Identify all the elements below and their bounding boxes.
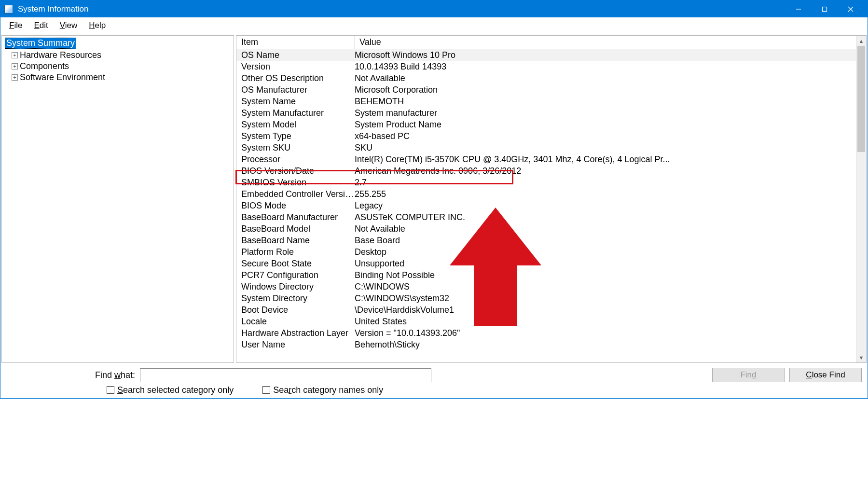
table-row[interactable]: System NameBEHEMOTH (236, 96, 856, 107)
cell-value: Base Board (355, 236, 856, 246)
tree-item[interactable]: +Hardware Resources (12, 50, 231, 61)
cell-value: \Device\HarddiskVolume1 (355, 305, 856, 315)
maximize-button[interactable] (812, 0, 838, 17)
expander-icon[interactable]: + (12, 63, 18, 69)
find-panel: Find what: Find Close Find Search select… (0, 364, 868, 398)
cell-value: Legacy (355, 201, 856, 211)
tree-item-label: Software Environment (20, 72, 105, 83)
cell-value: System Product Name (355, 120, 856, 130)
cell-value: 10.0.14393 Build 14393 (355, 62, 856, 72)
cell-item: Secure Boot State (236, 259, 355, 269)
system-information-window: System Information File Edit View Help S… (0, 0, 868, 399)
column-headers: Item Value (236, 36, 856, 49)
table-row[interactable]: BaseBoard NameBase Board (236, 235, 856, 246)
tree-item[interactable]: +Software Environment (12, 72, 231, 83)
cell-value: BEHEMOTH (355, 97, 856, 107)
table-row[interactable]: OS ManufacturerMicrosoft Corporation (236, 84, 856, 96)
cell-value: SKU (355, 143, 856, 153)
close-find-button[interactable]: Close Find (789, 368, 862, 382)
table-row[interactable]: Hardware Abstraction LayerVersion = "10.… (236, 327, 856, 339)
scroll-down-arrow[interactable]: ▼ (856, 352, 866, 362)
cell-item: Processor (236, 154, 355, 165)
close-button[interactable] (838, 0, 864, 17)
cell-value: Behemoth\Sticky (355, 340, 856, 350)
table-row[interactable]: Platform RoleDesktop (236, 246, 856, 258)
category-tree[interactable]: System Summary +Hardware Resources+Compo… (1, 35, 234, 363)
cell-item: Hardware Abstraction Layer (236, 328, 355, 338)
cell-item: Windows Directory (236, 282, 355, 292)
cell-value: System manufacturer (355, 108, 856, 118)
cell-item: BaseBoard Model (236, 224, 355, 234)
cell-item: System Name (236, 97, 355, 107)
table-row[interactable]: System DirectoryC:\WINDOWS\system32 (236, 292, 856, 304)
table-row[interactable]: Other OS DescriptionNot Available (236, 72, 856, 84)
app-icon (4, 5, 13, 14)
search-category-names-checkbox[interactable]: Search category names only (262, 385, 383, 395)
menu-help[interactable]: Help (84, 19, 110, 32)
expander-icon[interactable]: + (12, 52, 18, 58)
cell-item: SMBIOS Version (236, 178, 355, 188)
cell-value: American Megatrends Inc. 0906, 3/26/2012 (355, 166, 856, 176)
cell-item: OS Name (236, 50, 355, 60)
column-header-value[interactable]: Value (355, 36, 856, 49)
table-row[interactable]: BIOS Version/DateAmerican Megatrends Inc… (236, 165, 856, 177)
expander-icon[interactable]: + (12, 74, 18, 81)
checkbox-icon (262, 386, 270, 394)
table-row[interactable]: System ManufacturerSystem manufacturer (236, 107, 856, 119)
search-selected-category-checkbox[interactable]: Search selected category only (107, 385, 234, 395)
details-list: Item Value OS NameMicrosoft Windows 10 P… (236, 35, 867, 363)
table-row[interactable]: User NameBehemoth\Sticky (236, 339, 856, 350)
table-row[interactable]: System Typex64-based PC (236, 130, 856, 142)
table-row[interactable]: SMBIOS Version2.7 (236, 177, 856, 188)
menu-view[interactable]: View (55, 19, 83, 32)
scroll-thumb[interactable] (857, 46, 865, 152)
cell-value: Desktop (355, 247, 856, 257)
table-row[interactable]: LocaleUnited States (236, 316, 856, 327)
table-row[interactable]: Embedded Controller Version255.255 (236, 188, 856, 200)
find-what-label: Find what: (95, 370, 135, 380)
cell-value: 2.7 (355, 178, 856, 188)
cell-item: System SKU (236, 143, 355, 153)
menu-file[interactable]: File (4, 19, 27, 32)
cell-item: System Manufacturer (236, 108, 355, 118)
cell-value: Intel(R) Core(TM) i5-3570K CPU @ 3.40GHz… (355, 154, 856, 165)
table-row[interactable]: BIOS ModeLegacy (236, 200, 856, 211)
cell-item: Platform Role (236, 247, 355, 257)
scroll-up-arrow[interactable]: ▲ (856, 36, 866, 46)
find-input[interactable] (140, 368, 431, 382)
cell-item: BaseBoard Name (236, 236, 355, 246)
cell-value: Not Available (355, 73, 856, 83)
cell-item: OS Manufacturer (236, 85, 355, 95)
cell-value: C:\WINDOWS\system32 (355, 293, 856, 304)
tree-root-system-summary[interactable]: System Summary (5, 38, 76, 49)
tree-item[interactable]: +Components (12, 61, 231, 72)
titlebar: System Information (0, 0, 868, 17)
cell-value: Unsupported (355, 259, 856, 269)
column-header-item[interactable]: Item (236, 36, 355, 49)
table-row[interactable]: System ModelSystem Product Name (236, 119, 856, 130)
table-row[interactable]: Secure Boot StateUnsupported (236, 258, 856, 269)
menu-edit[interactable]: Edit (29, 19, 53, 32)
table-row[interactable]: ProcessorIntel(R) Core(TM) i5-3570K CPU … (236, 153, 856, 165)
minimize-button[interactable] (785, 0, 812, 17)
table-row[interactable]: BaseBoard ModelNot Available (236, 223, 856, 235)
menu-bar: File Edit View Help (0, 17, 868, 34)
cell-item: BaseBoard Manufacturer (236, 212, 355, 222)
table-row[interactable]: BaseBoard ManufacturerASUSTeK COMPUTER I… (236, 211, 856, 223)
cell-item: Boot Device (236, 305, 355, 315)
tree-item-label: Components (20, 61, 69, 71)
find-button[interactable]: Find (712, 368, 785, 382)
vertical-scrollbar[interactable]: ▲ ▼ (856, 36, 866, 362)
table-row[interactable]: OS NameMicrosoft Windows 10 Pro (236, 49, 856, 61)
cell-item: Other OS Description (236, 73, 355, 83)
cell-item: Version (236, 62, 355, 72)
table-row[interactable]: Boot Device\Device\HarddiskVolume1 (236, 304, 856, 316)
cell-item: Locale (236, 317, 355, 327)
table-row[interactable]: Windows DirectoryC:\WINDOWS (236, 281, 856, 292)
cell-value: Version = "10.0.14393.206" (355, 328, 856, 338)
table-row[interactable]: System SKUSKU (236, 142, 856, 153)
table-row[interactable]: Version10.0.14393 Build 14393 (236, 61, 856, 72)
cell-item: System Model (236, 120, 355, 130)
cell-value: C:\WINDOWS (355, 282, 856, 292)
table-row[interactable]: PCR7 ConfigurationBinding Not Possible (236, 269, 856, 281)
